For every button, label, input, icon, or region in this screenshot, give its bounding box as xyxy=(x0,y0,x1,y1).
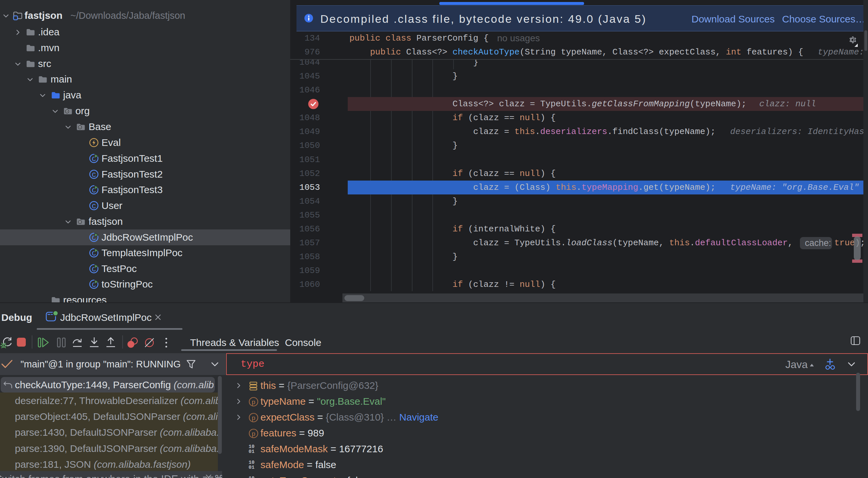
svg-text:p: p xyxy=(252,399,255,405)
svg-text:p: p xyxy=(252,414,255,421)
svg-text:p: p xyxy=(252,430,255,437)
